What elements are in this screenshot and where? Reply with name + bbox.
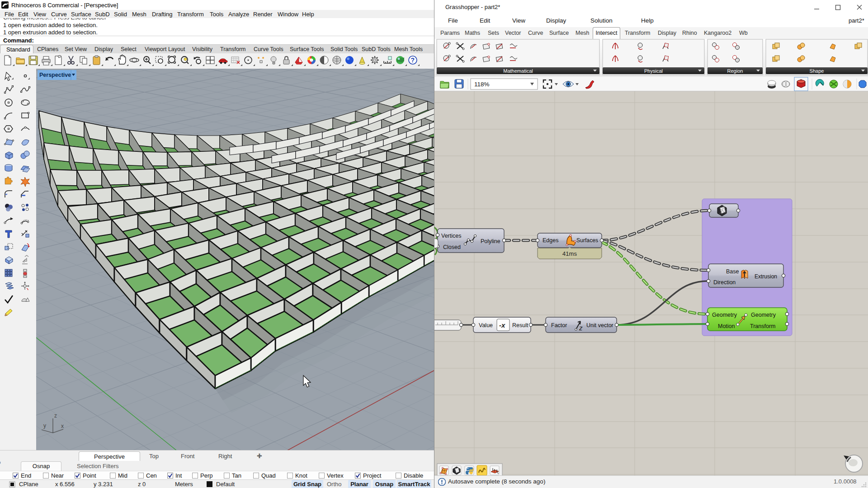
svg-text:Factor: Factor bbox=[551, 322, 567, 328]
svg-text:Perspective: Perspective bbox=[39, 72, 71, 78]
svg-text:x: x bbox=[61, 423, 64, 429]
svg-text:Shape: Shape bbox=[810, 68, 824, 74]
svg-text:Geometry: Geometry bbox=[751, 312, 776, 318]
svg-text:Transform: Transform bbox=[750, 323, 776, 329]
svg-text:Direction: Direction bbox=[713, 279, 736, 286]
svg-text:Surfaces: Surfaces bbox=[576, 237, 598, 244]
svg-text:Result: Result bbox=[512, 322, 528, 328]
svg-text:Unit vector: Unit vector bbox=[586, 322, 613, 328]
svg-text:y: y bbox=[43, 422, 46, 429]
svg-text:Extrusion: Extrusion bbox=[755, 273, 777, 280]
svg-text:118%: 118% bbox=[474, 81, 490, 88]
svg-text:Geometry: Geometry bbox=[712, 312, 737, 318]
svg-text:?: ? bbox=[411, 56, 415, 64]
svg-text:-x: -x bbox=[499, 321, 505, 329]
svg-text:Motion: Motion bbox=[718, 323, 735, 329]
svg-text:Vertices: Vertices bbox=[441, 233, 461, 239]
svg-text:z: z bbox=[579, 324, 583, 332]
svg-text:Value: Value bbox=[479, 322, 493, 328]
svg-text:Region: Region bbox=[727, 68, 743, 74]
svg-text:Polyline: Polyline bbox=[481, 238, 500, 244]
svg-text:Base: Base bbox=[726, 268, 739, 275]
svg-text:z: z bbox=[54, 413, 57, 419]
svg-text:Physical: Physical bbox=[644, 68, 663, 74]
svg-text:Closed: Closed bbox=[443, 244, 461, 250]
svg-text:41ms: 41ms bbox=[562, 250, 577, 257]
svg-text:Edges: Edges bbox=[542, 237, 558, 244]
svg-text:Mathematical: Mathematical bbox=[503, 68, 533, 74]
